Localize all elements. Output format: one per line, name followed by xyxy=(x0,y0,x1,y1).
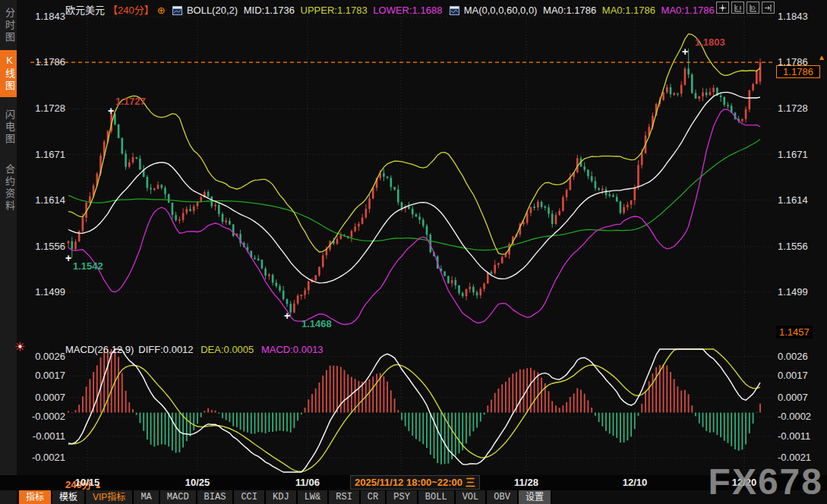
live-indicator-icon xyxy=(15,341,25,354)
price-tick-right-6: 1.1556 xyxy=(778,241,808,252)
price-tick-left-2: 1.1786 xyxy=(24,56,65,68)
time-label-10-25: 10/25 xyxy=(175,477,220,488)
price-tick-left-1: 1.1843 xyxy=(24,11,65,22)
price-tick-left-6: 1.1556 xyxy=(24,241,65,252)
boll-upper-value: UPPER:1.1783 xyxy=(301,5,368,16)
macd-macd-value: MACD:0.0013 xyxy=(261,344,324,355)
macd-tick-right-3: 0.0007 xyxy=(778,392,808,403)
toolbar-item-13[interactable]: BOLL xyxy=(418,490,454,504)
macd-header: MACD(26,12,9)DIFF:0.0012 DEA:0.0005 MACD… xyxy=(65,344,328,355)
macd-tick-left-5: -0.0011 xyxy=(24,430,65,442)
add-indicator-icon[interactable]: ⊕ xyxy=(157,5,166,16)
chart-header: 欧元美元【240分】⊕ BOLL(20,2) MID:1.1736 UPPER:… xyxy=(65,2,718,17)
toolbar-item-8[interactable]: KDJ xyxy=(266,490,296,504)
time-label-12-20: 12/20 xyxy=(721,477,767,488)
toolbar-item-9[interactable]: LW& xyxy=(298,490,328,504)
boll-lower-value: LOWER:1.1688 xyxy=(373,5,442,16)
toolbar-item-1[interactable]: 指标 xyxy=(19,490,51,504)
price-tick-left-5: 1.1614 xyxy=(24,194,65,206)
macd-diff-value: DIFF:0.0012 xyxy=(138,344,193,355)
ma0-value-1: MA0:1.1786 xyxy=(543,5,596,16)
price-tick-right-3: 1.1728 xyxy=(778,102,808,114)
chart-app: 分时图K线图闪电图合约资料 欧元美元【240分】⊕ BOLL(20,2) MID… xyxy=(0,0,827,504)
boll-label: BOLL(20,2) xyxy=(187,5,238,16)
price-tick-right-7: 1.1499 xyxy=(778,286,808,298)
chart-canvas[interactable] xyxy=(0,0,827,504)
indicator-toolbar: 指标模板VIP指标MAMACDBIASCCIKDJLW&RSICRPSYBOLL… xyxy=(19,490,552,504)
toolbar-item-14[interactable]: VOL xyxy=(456,490,486,504)
chart-window-controls xyxy=(716,2,775,14)
ma-label: MA(0,0,0,60,0,0) xyxy=(464,5,538,16)
time-label-11-06: 11/06 xyxy=(285,477,330,488)
macd-tick-right-5: -0.0011 xyxy=(778,430,810,442)
toolbar-item-11[interactable]: CR xyxy=(361,490,385,504)
ma-chart-icon[interactable] xyxy=(450,6,459,15)
toolbar-item-12[interactable]: PSY xyxy=(387,490,417,504)
time-label-12-10: 12/10 xyxy=(612,477,658,488)
toolbar-item-16[interactable]: 设置 xyxy=(519,490,551,504)
extreme-marker-high-4: 1.1803 xyxy=(695,36,725,48)
macd-title: MACD(26,12,9) xyxy=(65,344,134,355)
macd-tick-left-4: -0.0002 xyxy=(24,411,65,422)
macd-tick-left-6: -0.0021 xyxy=(24,452,65,463)
macd-dea-value: DEA:0.0005 xyxy=(200,344,254,355)
symbol-name: 欧元美元 xyxy=(65,5,105,16)
cross-marker-icon: + xyxy=(65,254,71,262)
axis-compress-left-icon[interactable] xyxy=(731,2,744,14)
extreme-marker-low-3: 1.1468 xyxy=(301,318,332,329)
range-low-badge: 1.1457 xyxy=(776,326,813,339)
macd-tick-right-4: -0.0002 xyxy=(778,411,811,422)
time-axis: 240分 ▲ 2025/11/12 18:00~22:00 三 10/1510/… xyxy=(0,475,827,490)
price-tick-left-4: 1.1671 xyxy=(24,149,65,160)
extreme-marker-high-1: 1.1727 xyxy=(115,96,146,107)
boll-chart-icon[interactable] xyxy=(172,6,182,15)
cross-marker-icon: + xyxy=(682,48,688,55)
toolbar-item-2[interactable]: 模板 xyxy=(52,490,84,504)
time-label-10-15: 10/15 xyxy=(65,477,110,488)
toolbar-item-7[interactable]: CCI xyxy=(234,490,264,504)
axis-compress-right-icon[interactable] xyxy=(747,2,759,14)
price-tick-right-5: 1.1614 xyxy=(778,194,808,206)
toolbar-item-3[interactable]: VIP指标 xyxy=(86,490,132,504)
selected-candle-time: 2025/11/12 18:00~22:00 三 xyxy=(350,475,480,490)
toolbar-item-15[interactable]: OBV xyxy=(487,490,517,504)
macd-tick-left-1: 0.0026 xyxy=(24,351,65,362)
pan-to-latest-icon[interactable] xyxy=(762,2,775,14)
macd-tick-left-3: 0.0007 xyxy=(24,392,65,403)
toolbar-item-4[interactable]: MA xyxy=(134,490,158,504)
toolbar-item-5[interactable]: MACD xyxy=(160,490,196,504)
boll-mid-value: MID:1.1736 xyxy=(244,5,295,16)
macd-tick-left-2: 0.0017 xyxy=(24,370,65,381)
crosshair-icon[interactable] xyxy=(716,2,729,14)
current-price-tag: 1.1786 xyxy=(776,65,820,78)
price-tick-right-1: 1.1843 xyxy=(778,11,808,22)
ma0-value-2: MA0:1.1786 xyxy=(602,5,655,16)
cross-marker-icon: + xyxy=(108,107,114,115)
macd-tick-right-2: 0.0017 xyxy=(778,370,808,381)
time-label-11-28: 11/28 xyxy=(503,477,549,488)
macd-tick-right-1: 0.0026 xyxy=(778,351,808,362)
price-up-arrow-icon: ▲ xyxy=(818,53,825,61)
toolbar-item-10[interactable]: RSI xyxy=(329,490,359,504)
ma0-value-3: MA0:1.1786 xyxy=(661,5,715,16)
price-tick-left-7: 1.1499 xyxy=(24,286,65,298)
cross-marker-icon: + xyxy=(284,312,290,320)
price-tick-right-4: 1.1671 xyxy=(778,149,808,160)
price-tick-left-3: 1.1728 xyxy=(24,102,65,114)
period-tag: 【240分】 xyxy=(108,5,154,16)
macd-tick-right-6: -0.0021 xyxy=(778,452,811,463)
toolbar-item-6[interactable]: BIAS xyxy=(197,490,233,504)
extreme-marker-low-2: 1.1542 xyxy=(73,260,103,272)
